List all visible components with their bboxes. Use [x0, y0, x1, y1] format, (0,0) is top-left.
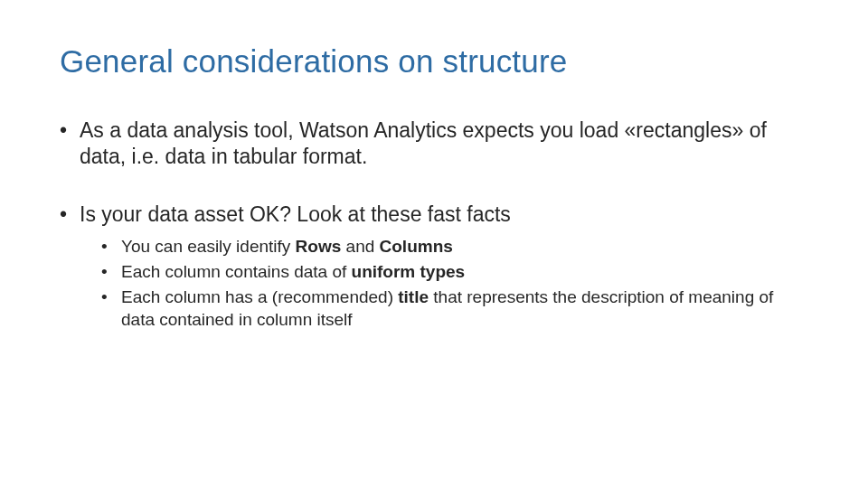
- bullet-text: As a data analysis tool, Watson Analytic…: [80, 118, 767, 168]
- bullet-icon: •: [101, 260, 108, 284]
- slide-title: General considerations on structure: [60, 43, 808, 80]
- bullet-icon: •: [101, 235, 108, 258]
- sub-bullet-item: • You can easily identify Rows and Colum…: [80, 235, 808, 258]
- sub-bullet-list: • You can easily identify Rows and Colum…: [80, 235, 808, 332]
- sub-bullet-text: Each column has a (recommended) title th…: [121, 287, 773, 330]
- bullet-icon: •: [60, 202, 67, 228]
- sub-bullet-text: Each column contains data of uniform typ…: [121, 262, 465, 281]
- sub-bullet-item: • Each column contains data of uniform t…: [80, 260, 808, 284]
- bullet-icon: •: [101, 286, 108, 309]
- bullet-item-1: • As a data analysis tool, Watson Analyt…: [60, 117, 808, 171]
- sub-bullet-text: You can easily identify Rows and Columns: [121, 237, 453, 256]
- sub-bullet-item: • Each column has a (recommended) title …: [80, 286, 808, 332]
- bullet-item-2: • Is your data asset OK? Look at these f…: [60, 202, 808, 332]
- bullet-icon: •: [60, 117, 67, 144]
- bullet-text: Is your data asset OK? Look at these fas…: [80, 202, 511, 226]
- slide: General considerations on structure • As…: [0, 0, 868, 488]
